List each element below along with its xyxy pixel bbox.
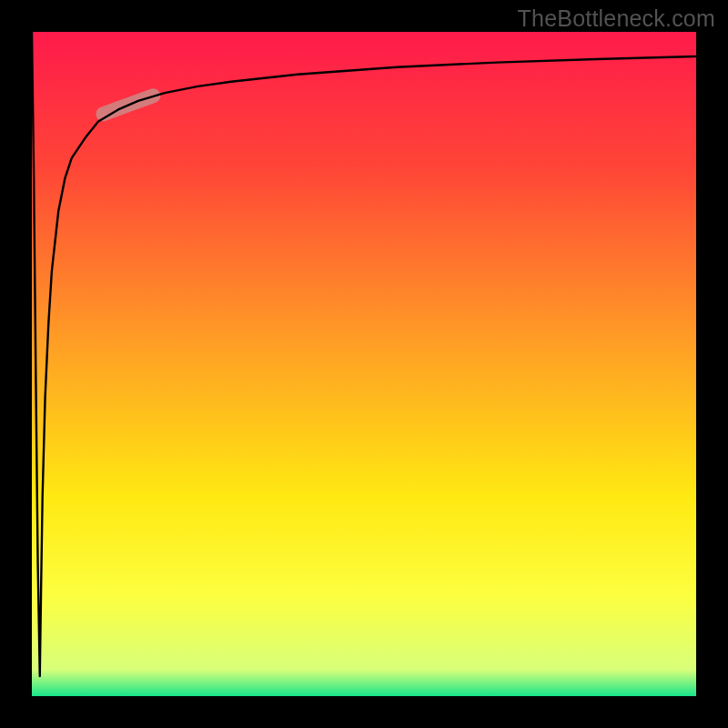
chart-frame: TheBottleneck.com <box>0 0 728 728</box>
curve-layer <box>32 32 696 696</box>
plot-area <box>32 32 696 696</box>
watermark-text: TheBottleneck.com <box>518 5 715 32</box>
bottleneck-curve <box>32 32 696 676</box>
